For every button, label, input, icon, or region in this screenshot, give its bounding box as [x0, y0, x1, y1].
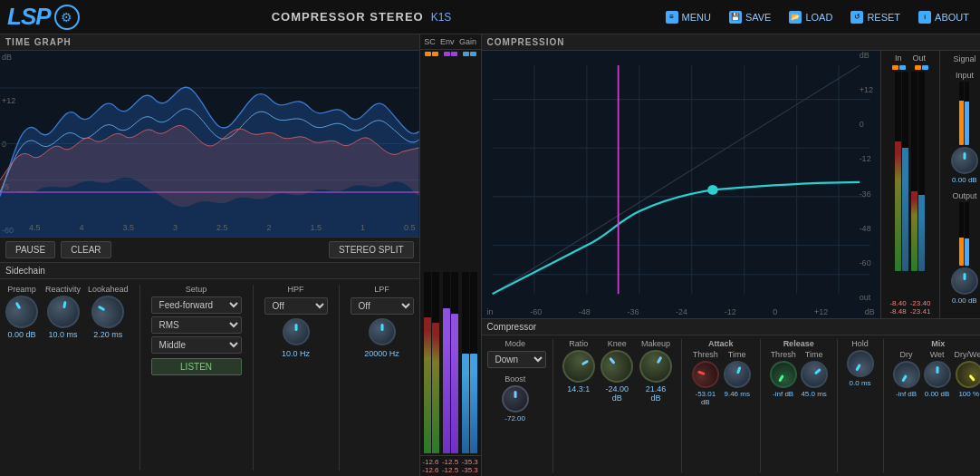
gain-color-l: [463, 52, 469, 56]
attack-knobs: Thresh -53.01 dB Time 9.46 ms: [691, 350, 751, 406]
makeup-knob[interactable]: [633, 344, 677, 388]
feed-mode-dropdown[interactable]: Feed-forward Feed-backward: [151, 296, 242, 314]
compression-header: COMPRESSION: [482, 34, 980, 51]
about-button[interactable]: i ABOUT: [915, 9, 973, 25]
menu-button[interactable]: ≡ MENU: [662, 9, 715, 25]
x-3-5: 3.5: [123, 223, 135, 232]
in-val-1: -8.40: [889, 299, 906, 307]
yl-n12: -12: [860, 154, 873, 163]
xl-in: in: [487, 307, 494, 316]
sc-meters: [424, 272, 439, 453]
in-bar-l-fill: [895, 141, 901, 271]
drywet-knob[interactable]: [950, 355, 980, 393]
time-graph-area: dB +12 0 -5 -60: [0, 51, 419, 237]
sc-meter-l-fill: [424, 317, 431, 453]
about-icon: i: [918, 11, 931, 24]
rms-mode-dropdown[interactable]: RMS Peak: [151, 316, 242, 334]
sc-val-2: -12.6: [422, 466, 438, 474]
x-2-5: 2.5: [216, 223, 228, 232]
hpf-section: HPF Off 12 dB/oct 24 dB/oct 10.0 Hz: [264, 285, 328, 358]
save-button[interactable]: 💾 SAVE: [725, 9, 775, 25]
mode-dropdown[interactable]: Down Up: [487, 351, 546, 368]
drywet-control: Dry/Wet 100 %: [955, 350, 980, 398]
output-control: Output 0.00 dB: [951, 191, 978, 305]
out-bar-r-fill: [918, 195, 925, 271]
sc-color-l: [425, 52, 431, 56]
env-meters: [443, 272, 458, 453]
hold-knob[interactable]: [841, 345, 879, 383]
input-value: 0.00 dB: [952, 176, 977, 184]
output-knob[interactable]: [951, 267, 978, 295]
x-1-5: 1.5: [311, 223, 322, 232]
drywet-label: Dry/Wet: [955, 350, 980, 359]
save-icon: 💾: [729, 11, 742, 24]
ratio-knob[interactable]: [556, 344, 600, 388]
sc-meter-r: [432, 272, 439, 453]
wet-knob[interactable]: [924, 361, 951, 388]
dry-knob[interactable]: [888, 356, 925, 393]
stereo-split-button[interactable]: STEREO SPLIT: [329, 241, 414, 258]
main-content: TIME GRAPH dB +12 0 -5 -60: [0, 34, 980, 476]
out-values: -23.40 -23.41: [910, 299, 931, 316]
release-thresh-label: Thresh: [771, 350, 796, 359]
wet-control: Wet 0.00 dB: [924, 350, 951, 398]
channel-dropdown[interactable]: Middle Side Left Right: [151, 336, 242, 354]
xl-60: -60: [530, 307, 542, 316]
lookahead-knob[interactable]: [86, 289, 130, 334]
about-label: ABOUT: [935, 12, 969, 23]
meter-color-indicators: [420, 50, 481, 58]
sig-in-bar-1-fill: [959, 101, 964, 145]
load-button[interactable]: 📂 LOAD: [785, 9, 836, 25]
reset-icon: ↺: [850, 11, 863, 24]
time-graph-header: TIME GRAPH: [0, 34, 419, 51]
boost-knob[interactable]: [502, 385, 529, 413]
x-3: 3: [173, 223, 178, 232]
yl-0: 0: [860, 120, 873, 129]
wet-value: 0.00 dB: [925, 390, 950, 398]
knee-knob[interactable]: [594, 344, 640, 390]
release-time-knob[interactable]: [795, 355, 833, 393]
out-bar-l: [911, 72, 918, 271]
gain-color-r: [470, 52, 476, 56]
lpf-dropdown[interactable]: Off 12 dB/oct 24 dB/oct: [351, 297, 414, 315]
drywet-value: 100 %: [958, 390, 979, 398]
gain-meter-r-fill: [470, 354, 477, 453]
hold-label: Hold: [851, 339, 869, 348]
sep-hold: [837, 339, 838, 472]
meter-values: -12.6 -12.6 -12.5 -12.5 -35.3 -35.3: [420, 455, 481, 476]
gain-meter-r: [470, 272, 477, 453]
release-thresh-knob[interactable]: [764, 356, 802, 393]
in-out-bar-groups: [895, 72, 925, 297]
ratio-control: Ratio 14.3:1: [562, 339, 595, 393]
reset-button[interactable]: ↺ RESET: [847, 9, 904, 25]
listen-button[interactable]: LISTEN: [151, 358, 242, 375]
sc-values: -12.6 -12.6: [422, 458, 438, 474]
compressor-section-label: Compressor: [482, 318, 980, 335]
reactivity-knob[interactable]: [44, 293, 82, 331]
hpf-knob[interactable]: [283, 318, 310, 345]
sig-out-bar-1: [959, 202, 964, 266]
sig-out-bar-2: [965, 202, 969, 266]
x-0-5: 0.5: [404, 223, 416, 232]
clear-button[interactable]: CLEAR: [61, 241, 110, 258]
lookahead-value: 2.20 ms: [93, 330, 122, 339]
ratio-value: 14.3:1: [567, 384, 590, 393]
in-val-2: -8.48: [889, 307, 906, 316]
env-values: -12.5 -12.5: [442, 458, 458, 474]
out-bar-r: [918, 72, 925, 271]
mix-knobs: Dry -inf dB Wet 0.00 dB Dry/Wet 100 %: [893, 350, 980, 398]
pause-button[interactable]: PAUSE: [5, 241, 55, 258]
input-knob[interactable]: [951, 147, 978, 174]
env-meter-l-fill: [443, 308, 450, 453]
lpf-knob[interactable]: [369, 318, 396, 345]
attack-time-knob[interactable]: [719, 357, 754, 392]
in-bar-l: [895, 72, 901, 271]
output-label: Output: [952, 191, 976, 200]
hpf-dropdown[interactable]: Off 12 dB/oct 24 dB/oct: [264, 297, 328, 315]
lpf-value: 20000 Hz: [364, 349, 399, 358]
sig-in-bar-1: [959, 82, 964, 145]
attack-thresh-knob[interactable]: [688, 357, 723, 392]
makeup-label: Makeup: [641, 339, 670, 348]
compression-graph: in -60 -48 -36 -24 -12 0 +12 dB dB +12 0…: [482, 51, 880, 318]
preamp-knob[interactable]: [0, 289, 44, 334]
